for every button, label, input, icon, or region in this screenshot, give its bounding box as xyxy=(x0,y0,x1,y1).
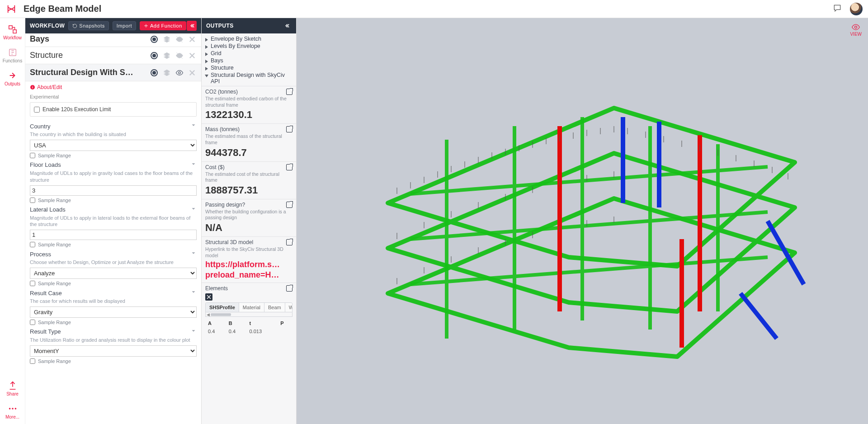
structural-model-render[interactable] xyxy=(297,18,868,424)
tab-material[interactable]: Material xyxy=(239,303,264,312)
model-link[interactable]: https://platform.s… preload_name=H… xyxy=(205,259,292,280)
tab-beam[interactable]: Beam xyxy=(264,303,285,312)
field-lateral-loads: Lateral Loads Magnitude of UDLs to apply… xyxy=(25,204,201,249)
tree-bays[interactable]: Bays xyxy=(204,57,293,64)
process-select[interactable]: Analyze xyxy=(30,268,197,279)
about-edit-link[interactable]: About/Edit xyxy=(25,81,201,92)
expand-icon[interactable] xyxy=(286,202,292,208)
layers-icon[interactable] xyxy=(162,51,171,60)
rail-more-label: More... xyxy=(0,415,25,419)
sample-range-checkbox[interactable]: Sample Range xyxy=(30,358,197,364)
radio-icon[interactable] xyxy=(150,35,159,44)
tree-levels[interactable]: Levels By Envelope xyxy=(204,42,293,50)
passing-value: N/A xyxy=(205,222,292,234)
rail-share-label: Share xyxy=(0,391,25,396)
process-label: Process xyxy=(30,251,190,258)
country-select[interactable]: USA xyxy=(30,140,197,151)
eye-off-icon[interactable] xyxy=(175,35,184,44)
tab-w[interactable]: W xyxy=(285,303,292,312)
col-t: t xyxy=(247,320,278,327)
layers-icon[interactable] xyxy=(162,68,171,77)
expand-icon[interactable] xyxy=(286,164,292,170)
rtype-desc: The Utilization Ratio or graded analysis… xyxy=(30,337,197,344)
co2-value: 1322130.1 xyxy=(205,109,292,121)
rail-workflow[interactable]: Workflow xyxy=(0,22,25,45)
workflow-panel: WORKFLOW Snapshots Import Add Function B… xyxy=(25,18,202,424)
tab-shsprofile[interactable]: SHSProfile xyxy=(206,303,239,312)
close-icon[interactable] xyxy=(188,51,197,60)
radio-icon[interactable] xyxy=(150,51,159,60)
collapse-outputs-icon[interactable] xyxy=(282,21,292,31)
elements-tabs: SHSProfile Material Beam W xyxy=(205,302,292,312)
metric-elements: Elements SHSProfile Material Beam W ◀ A … xyxy=(202,283,296,339)
result-desc: The case for which results will be displ… xyxy=(30,298,197,305)
sample-range-checkbox[interactable]: Sample Range xyxy=(30,242,197,247)
function-structure-title: Structure xyxy=(30,51,150,60)
sample-range-checkbox[interactable]: Sample Range xyxy=(30,281,197,286)
tree-structural-design[interactable]: Structural Design with SkyCiv API xyxy=(204,71,293,85)
chevron-down-icon[interactable] xyxy=(190,250,197,258)
chevron-down-icon[interactable] xyxy=(190,289,197,297)
workflow-header: WORKFLOW Snapshots Import Add Function xyxy=(25,18,201,33)
close-icon[interactable] xyxy=(188,68,197,77)
floor-loads-input[interactable] xyxy=(30,185,197,196)
col-p: P xyxy=(278,320,292,327)
svg-rect-1 xyxy=(13,30,16,33)
collapse-workflow-icon[interactable] xyxy=(187,21,197,31)
function-row-structure[interactable]: Structure xyxy=(25,47,201,64)
workflow-body: Bays Structure Structural Desi xyxy=(25,33,201,424)
expand-icon[interactable] xyxy=(286,285,292,292)
col-b: B xyxy=(227,320,247,327)
snapshots-button[interactable]: Snapshots xyxy=(68,21,108,30)
radio-icon[interactable] xyxy=(150,68,159,77)
svg-rect-16 xyxy=(33,87,33,89)
sample-range-checkbox[interactable]: Sample Range xyxy=(30,320,197,325)
function-row-structural-design[interactable]: Structural Design With S… xyxy=(25,64,201,81)
result-type-select[interactable]: MomentY xyxy=(30,345,197,357)
chevron-down-icon[interactable] xyxy=(190,122,197,130)
result-case-select[interactable]: Gravity xyxy=(30,306,197,318)
experimental-label: Experimental xyxy=(25,92,201,102)
rail-functions[interactable]: Functions xyxy=(0,45,25,68)
expand-icon[interactable] xyxy=(286,89,292,95)
tree-structure[interactable]: Structure xyxy=(204,64,293,71)
chevron-down-icon[interactable] xyxy=(190,328,197,336)
rail-outputs[interactable]: Outputs xyxy=(0,68,25,91)
app-logo[interactable] xyxy=(5,3,17,15)
rail-workflow-label: Workflow xyxy=(0,35,25,40)
close-icon[interactable] xyxy=(188,35,197,44)
rail-more[interactable]: More... xyxy=(0,401,25,424)
sample-range-checkbox[interactable]: Sample Range xyxy=(30,198,197,203)
add-function-button[interactable]: Add Function xyxy=(140,21,186,30)
lateral-label: Lateral Loads xyxy=(30,206,190,213)
comments-icon[interactable] xyxy=(833,4,842,14)
svg-point-4 xyxy=(12,408,14,410)
eye-off-icon[interactable] xyxy=(175,51,184,60)
mass-value: 944378.7 xyxy=(205,147,292,159)
layers-icon[interactable] xyxy=(162,35,171,44)
enable-120s-checkbox[interactable]: Enable 120s Execution Limit xyxy=(30,102,197,117)
3d-viewport[interactable]: VIEW xyxy=(297,18,868,424)
import-button[interactable]: Import xyxy=(113,21,136,30)
table-row[interactable]: 0.4 0.4 0.013 xyxy=(206,328,292,335)
outputs-header: OUTPUTS xyxy=(202,18,296,33)
elements-table: A B t P 0.4 0.4 0.013 xyxy=(205,319,292,336)
chevron-down-icon[interactable] xyxy=(190,161,197,169)
tree-envelope[interactable]: Envelope By Sketch xyxy=(204,35,293,42)
svg-point-3 xyxy=(9,408,10,410)
tree-grid[interactable]: Grid xyxy=(204,50,293,57)
expand-icon[interactable] xyxy=(286,239,292,245)
sample-range-checkbox[interactable]: Sample Range xyxy=(30,153,197,158)
eye-icon[interactable] xyxy=(175,68,184,77)
rail-share[interactable]: Share xyxy=(0,378,25,401)
outputs-body: Envelope By Sketch Levels By Envelope Gr… xyxy=(202,33,296,424)
elements-close-icon[interactable] xyxy=(205,293,212,301)
function-row-bays[interactable]: Bays xyxy=(25,33,201,47)
user-avatar[interactable] xyxy=(850,3,863,15)
outputs-panel: OUTPUTS Envelope By Sketch Levels By Env… xyxy=(202,18,297,424)
lateral-loads-input[interactable] xyxy=(30,230,197,240)
chevron-down-icon[interactable] xyxy=(190,206,197,214)
tabs-scrollbar[interactable]: ◀ xyxy=(205,312,292,317)
expand-icon[interactable] xyxy=(286,126,292,132)
field-process: Process Choose whether to Design, Optimi… xyxy=(25,248,201,287)
